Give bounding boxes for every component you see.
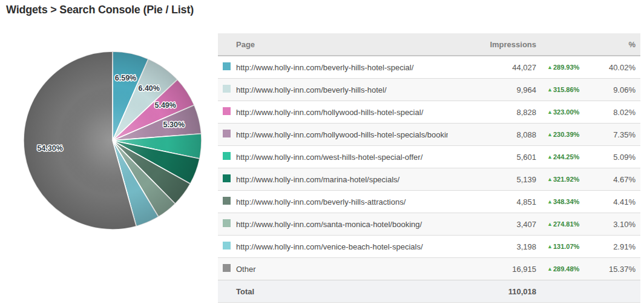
impressions-value: 4,851 (448, 197, 536, 207)
percent-value: 9.06% (594, 85, 636, 94)
page-url[interactable]: http://www.holly-inn.com/venice-beach-ho… (236, 242, 448, 251)
row-swatch-cell (223, 85, 236, 94)
impressions-value: 9,964 (448, 85, 536, 94)
impressions-value: 3,407 (448, 220, 536, 229)
trend-up-icon: ▲ (547, 131, 553, 137)
impressions-value: 16,915 (448, 265, 536, 274)
impressions-value: 44,027 (448, 63, 536, 72)
row-color-swatch (223, 62, 231, 70)
change-value: ▲289.93% (536, 64, 594, 71)
row-swatch-cell (223, 174, 236, 184)
percent-value: 7.35% (594, 130, 636, 139)
pie-chart: 6.59%6.40%5.49%5.30%54.30% (0, 29, 225, 254)
row-swatch-cell (223, 62, 236, 72)
total-impressions: 110,018 (448, 287, 536, 296)
trend-up-icon: ▲ (547, 64, 553, 70)
table-row[interactable]: http://www.holly-inn.com/santa-monica-ho… (218, 213, 640, 235)
row-swatch-cell (223, 264, 236, 274)
row-color-swatch (223, 85, 231, 93)
page-url[interactable]: http://www.holly-inn.com/beverly-hills-h… (236, 63, 448, 72)
change-value: ▲274.81% (536, 220, 594, 228)
percent-value: 2.91% (594, 242, 636, 251)
total-label: Total (236, 287, 448, 296)
table-row[interactable]: http://www.holly-inn.com/marina-hotel/sp… (218, 168, 640, 190)
search-console-table: Page Impressions % http://www.holly-inn.… (218, 33, 640, 303)
pie-chart-svg: 6.59%6.40%5.49%5.30%54.30% (0, 29, 225, 254)
change-value: ▲244.25% (536, 153, 594, 160)
table-row[interactable]: http://www.holly-inn.com/venice-beach-ho… (218, 235, 640, 257)
change-value: ▲348.34% (536, 198, 594, 205)
impressions-value: 5,139 (448, 175, 536, 184)
percent-value: 8.02% (594, 108, 636, 117)
percent-value: 40.02% (594, 63, 636, 72)
trend-up-icon: ▲ (547, 243, 553, 249)
trend-up-icon: ▲ (547, 266, 553, 272)
row-color-swatch (223, 174, 231, 182)
trend-up-icon: ▲ (547, 109, 553, 115)
percent-value: 5.09% (594, 153, 636, 162)
table-row[interactable]: http://www.holly-inn.com/beverly-hills-h… (218, 56, 640, 78)
table-row[interactable]: http://www.holly-inn.com/hollywood-hills… (218, 101, 640, 123)
page-url[interactable]: http://www.holly-inn.com/marina-hotel/sp… (236, 175, 448, 184)
pie-slice-label: 54.30% (37, 144, 62, 153)
row-color-swatch (223, 219, 231, 227)
page-title: Widgets > Search Console (Pie / List) (6, 4, 194, 16)
table-row[interactable]: http://www.holly-inn.com/beverly-hills-h… (218, 78, 640, 101)
row-swatch-cell (223, 152, 236, 162)
page-url[interactable]: http://www.holly-inn.com/west-hills-hote… (236, 153, 448, 162)
table-total-row: Total 110,018 (218, 280, 640, 303)
change-value: ▲315.86% (536, 86, 594, 93)
impressions-value: 5,601 (448, 153, 536, 162)
page-url[interactable]: http://www.holly-inn.com/beverly-hills-a… (236, 197, 448, 207)
row-color-swatch (223, 197, 231, 205)
page-url[interactable]: http://www.holly-inn.com/hollywood-hills… (236, 108, 448, 117)
trend-up-icon: ▲ (547, 87, 553, 93)
percent-value: 3.10% (594, 220, 636, 229)
row-color-swatch (223, 107, 231, 115)
row-color-swatch (223, 130, 231, 137)
impressions-value: 8,828 (448, 108, 536, 117)
trend-up-icon: ▲ (547, 221, 553, 227)
page-url[interactable]: http://www.holly-inn.com/santa-monica-ho… (236, 220, 448, 229)
row-swatch-cell (223, 197, 236, 207)
table-body: http://www.holly-inn.com/beverly-hills-h… (218, 56, 640, 280)
pie-slice-label: 6.40% (138, 84, 159, 93)
trend-up-icon: ▲ (547, 199, 553, 205)
table-row[interactable]: http://www.holly-inn.com/west-hills-hote… (218, 145, 640, 168)
trend-up-icon: ▲ (547, 154, 553, 160)
row-color-swatch (223, 152, 231, 160)
row-swatch-cell (223, 219, 236, 229)
table-header: Page Impressions % (218, 33, 640, 56)
change-value: ▲323.00% (536, 108, 594, 116)
pie-slice-label: 5.30% (163, 121, 185, 129)
row-swatch-cell (223, 107, 236, 117)
table-row[interactable]: http://www.holly-inn.com/hollywood-hills… (218, 123, 640, 145)
pie-slice-label: 5.49% (154, 101, 176, 110)
trend-up-icon: ▲ (547, 176, 553, 182)
change-value: ▲289.48% (536, 265, 594, 273)
percent-value: 15.37% (594, 265, 636, 274)
impressions-value: 3,198 (448, 242, 536, 251)
pie-slice-label: 6.59% (115, 74, 136, 82)
table-row[interactable]: Other16,915▲289.48%15.37% (218, 257, 640, 280)
page-url[interactable]: http://www.holly-inn.com/beverly-hills-h… (236, 85, 448, 94)
row-color-swatch (223, 264, 231, 272)
table-row[interactable]: http://www.holly-inn.com/beverly-hills-a… (218, 190, 640, 213)
change-value: ▲321.92% (536, 176, 594, 183)
change-value: ▲131.07% (536, 243, 594, 250)
percent-value: 4.41% (594, 197, 636, 207)
row-swatch-cell (223, 242, 236, 251)
impressions-value: 8,088 (448, 130, 536, 139)
change-value: ▲230.39% (536, 131, 594, 138)
row-swatch-cell (223, 130, 236, 139)
page-url[interactable]: http://www.holly-inn.com/hollywood-hills… (236, 130, 448, 139)
row-color-swatch (223, 242, 231, 249)
percent-value: 4.67% (594, 175, 636, 184)
page-url[interactable]: Other (236, 265, 448, 274)
header-col-percent[interactable]: % (594, 40, 636, 49)
header-col-impressions[interactable]: Impressions (448, 40, 536, 49)
header-col-page[interactable]: Page (236, 40, 448, 49)
